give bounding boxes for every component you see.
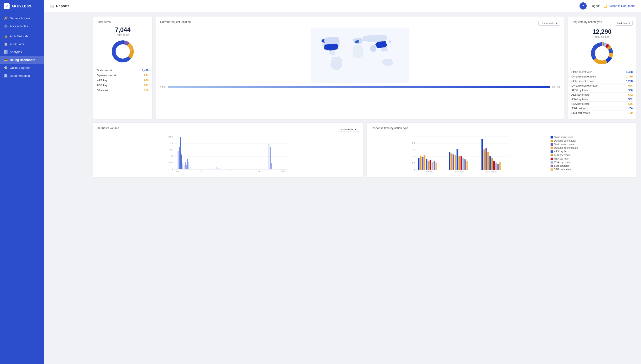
volume-filter-label: Last minute [340,128,353,131]
svg-text:2K: 2K [170,142,173,144]
volume-filter-button[interactable]: Last minute ▼ [338,127,359,132]
svg-rect-87 [485,148,487,170]
svg-text:AM: AM [176,170,180,172]
legend-label: SSH cert fetch [554,164,569,167]
svg-text:0.6: 0.6 [412,148,415,151]
sidebar-divider [4,31,41,31]
sidebar-item-audit-logs[interactable]: 📋Audit Logs [0,40,44,48]
logout-button[interactable]: Logout [590,4,599,8]
svg-text:PM: PM [281,170,285,172]
map-card: Current request location Last minute ▼ [156,16,564,119]
legend-color [550,168,553,171]
legend-color [550,147,553,149]
list-item: Dynamic secret fetch2,750 [571,74,633,79]
legend-item: Static secret create [550,143,577,146]
sidebar-item-support[interactable]: 💬Online Support [0,64,44,72]
sidebar-item-auth-methods[interactable]: 🔒Auth Methods [0,32,44,40]
response-chart-svg: 1 0.8 0.6 0.4 0.2 0 [371,134,549,172]
svg-rect-92 [495,163,497,170]
sidebar-label-auth-methods: Auth Methods [10,35,28,38]
svg-rect-83 [464,159,466,170]
volume-chart-svg: 2.5K 2K 1.5K 1K 500 0 [97,134,359,172]
legend-item: SSH cert fetch [550,164,577,167]
response-title: Response time by action type [371,126,408,130]
svg-rect-69 [426,159,427,170]
svg-rect-30 [178,151,179,169]
svg-rect-90 [491,158,493,170]
map-legend-max: 31,558 [552,86,560,88]
map-legend: 1,000 31,558 [160,86,560,88]
legend-item: Static secret fetch [550,136,577,138]
svg-rect-86 [483,150,485,170]
legend-label: Dynamic secret fetch [554,140,576,142]
svg-rect-78 [454,155,456,170]
legend-label: SSH cert create [554,168,571,171]
actions-list: Static secret fetch4,468Dynamic secret f… [571,70,633,115]
main-content: Total items 7,044 Total items [89,12,641,364]
svg-rect-82 [462,158,464,170]
list-item: RSA key552 [97,83,149,88]
legend-item: RSA key fetch [550,157,577,160]
action-label: RSA key create [571,102,589,105]
svg-rect-43 [218,168,219,169]
legend-item: Dynamic secret fetch [550,140,577,142]
map-legend-bar [168,86,550,88]
logo-text: AKEYLESS [12,4,31,8]
svg-rect-88 [487,152,489,170]
docs-icon: 📄 [4,74,8,78]
action-value: 924 [628,84,633,87]
total-items-count: 7,044 [97,26,149,34]
bottom-cards-row: Requests volume Last minute ▼ 2.5K 2K 1.… [93,122,637,177]
analytics-icon: 📊 [4,50,8,54]
svg-rect-89 [489,156,491,170]
svg-text:Last minute: Last minute [486,171,497,172]
svg-rect-33 [181,154,182,169]
map-filter-button[interactable]: Last minute ▼ [538,21,560,26]
map-header: Current request location Last minute ▼ [160,20,560,26]
svg-rect-45 [270,147,271,169]
secrets-icon: 🔑 [4,16,8,20]
item-value: 4,468 [142,69,149,72]
topbar-left: 📊 Reports [50,4,70,8]
volume-title: Requests volume [97,126,119,130]
action-value: 900 [628,89,633,92]
dark-mode-button[interactable]: 🌙 Switch to Dark mode [603,4,635,8]
sidebar-item-access-roles[interactable]: ⚙️Access Roles [0,22,44,30]
sidebar-item-docs[interactable]: 📄Documentation [0,72,44,80]
sidebar-item-secrets[interactable]: 🔑Secrets & Keys [0,14,44,22]
list-item: AES key create572 [571,92,633,97]
svg-rect-44 [269,144,269,169]
svg-rect-41 [214,168,214,169]
action-value: 1,238 [626,80,633,82]
item-label: SSH cert [97,89,108,92]
item-value: 200 [144,89,149,92]
list-item: RSA key create536 [571,102,633,106]
svg-rect-46 [271,163,272,169]
legend-label: Static secret create [554,143,574,146]
sidebar-item-billing[interactable]: 💳Billing Dashboard [0,56,44,64]
list-item: Dynamic secret924 [97,73,149,78]
list-item: AES key900 [97,78,149,83]
svg-text:1: 1 [413,135,415,138]
svg-rect-37 [186,165,187,169]
total-items-label: Total items [97,34,149,36]
svg-rect-70 [428,162,429,170]
action-label: Static secret create [571,80,594,82]
volume-card: Requests volume Last minute ▼ 2.5K 2K 1.… [93,122,363,177]
actions-donut [571,40,633,66]
sidebar-label-audit-logs: Audit Logs [10,42,24,46]
chevron-down-icon: ▼ [628,22,630,25]
legend-color [550,154,553,156]
svg-rect-65 [417,158,419,170]
response-content: 1 0.8 0.6 0.4 0.2 0 [371,134,633,172]
sidebar-item-analytics[interactable]: 📊Analytics [0,48,44,56]
legend-color [550,165,553,167]
svg-rect-73 [434,161,435,170]
action-value: 2,750 [626,75,633,78]
actions-filter-button[interactable]: Last day ▼ [615,21,633,26]
svg-rect-77 [452,154,454,170]
legend-label: AES key create [554,154,570,156]
list-item: Static secret4,468 [97,68,149,73]
sidebar-logo[interactable]: K AKEYLESS [0,0,44,12]
svg-text:1.5K: 1.5K [169,148,173,151]
